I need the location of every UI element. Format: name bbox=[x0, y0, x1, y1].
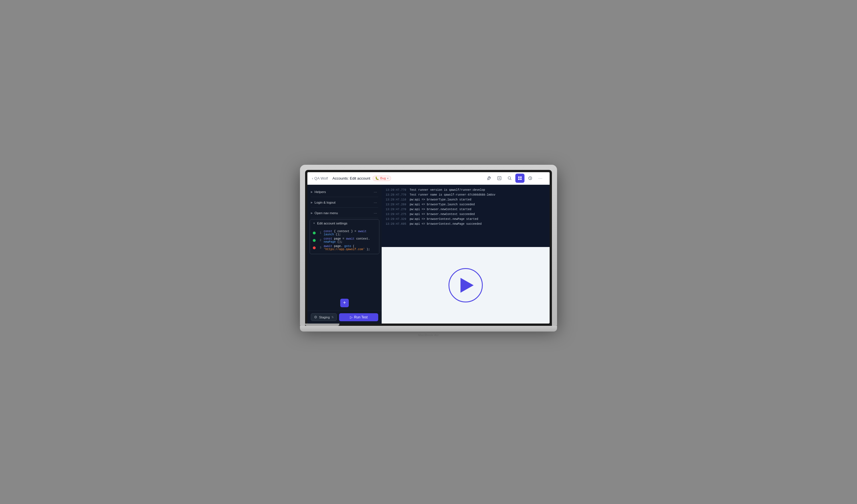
run-icon: ▷ bbox=[350, 315, 353, 319]
cursor-button[interactable] bbox=[495, 174, 504, 183]
log-message: pw:api <= browserContext.newPage succeed… bbox=[410, 222, 482, 226]
env-label: Staging bbox=[319, 315, 330, 319]
expand-icon: ▶ bbox=[311, 212, 313, 214]
app-container: ‹ QA Wolf Accounts: Edit account 🐛 Bug ▾ bbox=[307, 172, 550, 324]
log-line: 13:29:47.695pw:api <= browserContext.new… bbox=[386, 222, 545, 226]
bug-chevron-icon: ▾ bbox=[387, 177, 388, 180]
more-icon: ··· bbox=[538, 176, 543, 180]
log-message: pw:api => browserType.launch started bbox=[410, 197, 471, 202]
code-normal: page. bbox=[334, 245, 342, 248]
log-message: pw:api <= browserType.launch succeeded bbox=[410, 203, 475, 207]
bottom-bar: ⚙ Staging ⇅ ▷ Run Test bbox=[307, 311, 382, 324]
open-nav-more-icon[interactable]: ··· bbox=[372, 210, 378, 216]
expand-icon: ▶ bbox=[311, 201, 313, 204]
fn: goto bbox=[344, 245, 351, 248]
keyword: await bbox=[324, 245, 332, 248]
log-timestamp: 13:29:47.695 bbox=[386, 222, 406, 226]
keyword: await bbox=[346, 237, 354, 240]
back-chevron-icon: ‹ bbox=[312, 176, 313, 180]
run-test-button[interactable]: ▷ Run Test bbox=[339, 313, 378, 321]
login-more-icon[interactable]: ··· bbox=[372, 199, 378, 205]
separator bbox=[311, 218, 378, 218]
code-text-1: const { context } = await launch (); bbox=[324, 230, 376, 236]
header: ‹ QA Wolf Accounts: Edit account 🐛 Bug ▾ bbox=[307, 172, 550, 185]
video-area[interactable] bbox=[382, 247, 550, 323]
grid-view-button[interactable] bbox=[515, 174, 524, 183]
log-message: Test runner name is qawolf-runner-67c966… bbox=[410, 193, 495, 197]
bug-badge[interactable]: 🐛 Bug ▾ bbox=[372, 176, 391, 181]
log-message: pw:api => browser.newContext started bbox=[410, 207, 471, 212]
history-button[interactable] bbox=[526, 174, 535, 183]
edit-account-label: Edit account settings bbox=[317, 222, 376, 225]
code-line-2: 2 const page = await context. newPage bbox=[313, 237, 376, 244]
log-timestamp: 13:29:47.269 bbox=[386, 203, 406, 207]
separator bbox=[311, 207, 378, 208]
log-timestamp: 13:29:47.116 bbox=[386, 197, 406, 202]
bug-label: Bug bbox=[380, 176, 386, 180]
back-label: QA Wolf bbox=[314, 176, 327, 180]
code-area: 1 const { context } = await launch bbox=[310, 227, 379, 254]
login-group-header[interactable]: ▶ Login & logout ··· bbox=[307, 197, 382, 207]
search-button[interactable] bbox=[505, 174, 514, 183]
separator bbox=[311, 197, 378, 197]
add-step-button[interactable]: + bbox=[340, 299, 349, 307]
laptop-base bbox=[300, 326, 557, 332]
code-line-1: 1 const { context } = await launch bbox=[313, 229, 376, 237]
env-chevron-icon: ⇅ bbox=[331, 315, 334, 319]
string: 'https://app.qawolf.com' bbox=[324, 248, 365, 251]
play-icon bbox=[460, 278, 474, 293]
status-dot-success-2 bbox=[313, 239, 316, 242]
log-line: 13:29:47.770Test runner name is qawolf-r… bbox=[386, 192, 545, 197]
laptop-body: ‹ QA Wolf Accounts: Edit account 🐛 Bug ▾ bbox=[300, 165, 557, 326]
log-timestamp: 13:29:47.270 bbox=[386, 207, 406, 212]
main-content: ▶ Helpers ··· ▶ bbox=[307, 185, 550, 324]
code-normal: page = bbox=[334, 237, 346, 240]
edit-account-group-header[interactable]: ▼ Edit account settings bbox=[310, 220, 379, 227]
fn: newPage bbox=[324, 240, 336, 244]
open-nav-label: Open nav menu bbox=[315, 211, 371, 215]
more-button[interactable]: ··· bbox=[536, 174, 545, 183]
log-timestamp: 13:29:47.329 bbox=[386, 217, 406, 221]
log-line: 13:29:47.329pw:api => browserContext.new… bbox=[386, 217, 545, 222]
helpers-group-header[interactable]: ▶ Helpers ··· bbox=[307, 187, 382, 197]
status-dot-error-3 bbox=[313, 246, 316, 249]
svg-rect-4 bbox=[518, 178, 520, 180]
keyword: await bbox=[358, 230, 367, 233]
run-label: Run Test bbox=[354, 315, 368, 319]
login-label: Login & logout bbox=[315, 201, 371, 204]
open-nav-group: ▶ Open nav menu ··· bbox=[307, 208, 382, 218]
code-normal: (); bbox=[337, 240, 342, 244]
wand-button[interactable] bbox=[485, 174, 494, 183]
bug-icon: 🐛 bbox=[375, 176, 379, 180]
helpers-more-icon[interactable]: ··· bbox=[372, 189, 378, 195]
helpers-label: Helpers bbox=[315, 190, 371, 194]
log-message: pw:api <= browser.newContext succeeded bbox=[410, 212, 475, 216]
code-normal: ); bbox=[367, 248, 370, 251]
line-num-3: 3 bbox=[318, 246, 321, 249]
filter-icon: ⚙ bbox=[314, 315, 317, 319]
test-steps: ▶ Helpers ··· ▶ bbox=[307, 185, 382, 295]
status-dot-success-1 bbox=[313, 231, 316, 234]
back-nav[interactable]: ‹ QA Wolf bbox=[312, 176, 328, 180]
code-text-3: await page. goto ( 'https://app.qawolf.c… bbox=[324, 245, 376, 251]
log-line: 13:29:47.270pw:api => browser.newContext… bbox=[386, 207, 545, 212]
code-normal: context. bbox=[356, 237, 370, 240]
wand-icon bbox=[487, 176, 491, 180]
cursor-icon bbox=[497, 176, 502, 180]
svg-rect-3 bbox=[520, 176, 522, 178]
screen: ‹ QA Wolf Accounts: Edit account 🐛 Bug ▾ bbox=[307, 172, 550, 324]
log-line: 13:29:47.275pw:api <= browser.newContext… bbox=[386, 212, 545, 217]
code-line-3: 3 await page. goto ( 'https://app.qawolf… bbox=[313, 244, 376, 251]
code-normal: { context } = bbox=[334, 230, 358, 233]
env-selector[interactable]: ⚙ Staging ⇅ bbox=[311, 313, 337, 321]
search-icon bbox=[507, 176, 512, 180]
right-panel: 13:29:47.770Test runner version is qawol… bbox=[382, 185, 550, 324]
log-message: Test runner version is qawolf/runner:dev… bbox=[410, 188, 485, 192]
code-normal: (); bbox=[336, 233, 341, 236]
camera-notch bbox=[305, 324, 339, 326]
page-title: Accounts: Edit account bbox=[333, 176, 370, 180]
play-button[interactable] bbox=[449, 268, 483, 302]
open-nav-group-header[interactable]: ▶ Open nav menu ··· bbox=[307, 208, 382, 218]
screen-bezel: ‹ QA Wolf Accounts: Edit account 🐛 Bug ▾ bbox=[305, 170, 552, 326]
login-group: ▶ Login & logout ··· bbox=[307, 197, 382, 208]
